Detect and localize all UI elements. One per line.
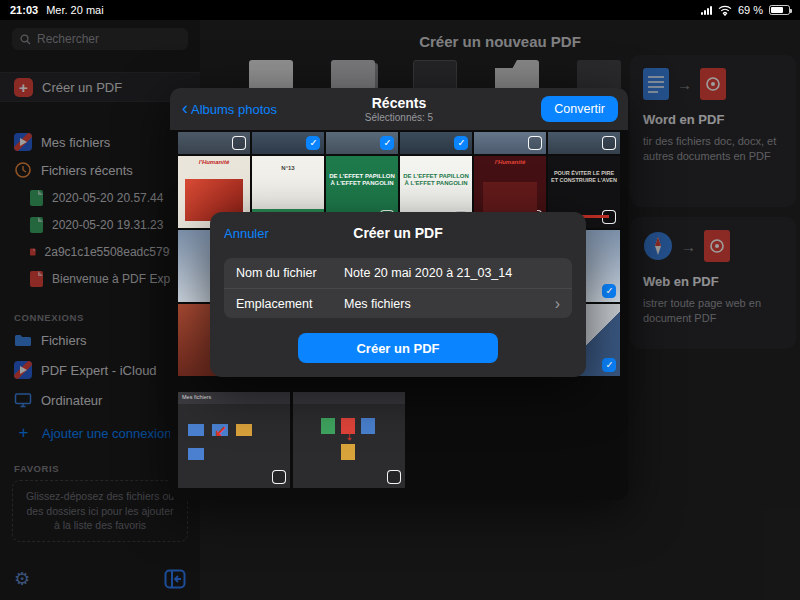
filename-row[interactable]: Nom du fichier Note 20 mai 2020 à 21_03_… <box>224 258 572 288</box>
photo-label: N°13 <box>254 165 322 172</box>
photo-thumbnail[interactable] <box>400 132 472 154</box>
unselected-checkbox[interactable] <box>272 470 286 484</box>
unselected-checkbox[interactable] <box>387 470 401 484</box>
filename-input[interactable]: Note 20 mai 2020 à 21_03_14 <box>344 266 560 280</box>
photo-thumbnail[interactable]: Mes fichiers <box>178 392 290 488</box>
wifi-icon <box>718 5 732 16</box>
selected-checkbox[interactable] <box>380 136 394 150</box>
dialog-form: Nom du fichier Note 20 mai 2020 à 21_03_… <box>224 258 572 318</box>
battery-icon <box>769 5 790 15</box>
photo-grid-row: Mes fichiers <box>170 392 628 488</box>
photo-thumbnail[interactable] <box>474 132 546 154</box>
selected-checkbox[interactable] <box>602 284 616 298</box>
photo-thumbnail[interactable] <box>548 132 620 154</box>
cancel-button[interactable]: Annuler <box>224 226 269 241</box>
selected-checkbox[interactable] <box>306 136 320 150</box>
dialog-title: Créer un PDF <box>224 225 572 241</box>
convert-button[interactable]: Convertir <box>541 96 618 122</box>
unselected-checkbox[interactable] <box>602 136 616 150</box>
selected-count: Sélectionnés: 5 <box>365 112 433 123</box>
photo-picker-header: ‹ Albums photos Récents Sélectionnés: 5 … <box>170 88 628 130</box>
selected-checkbox[interactable] <box>602 358 616 372</box>
photo-label: l'Humanité <box>180 159 248 166</box>
selected-checkbox[interactable] <box>454 136 468 150</box>
signal-icon <box>701 6 712 15</box>
clock: 21:03 <box>10 4 38 16</box>
unselected-checkbox[interactable] <box>528 136 542 150</box>
chevron-right-icon: › <box>555 295 560 313</box>
photo-thumbnail[interactable] <box>252 132 324 154</box>
location-row[interactable]: Emplacement Mes fichiers › <box>224 288 572 318</box>
location-label: Emplacement <box>236 297 344 311</box>
unselected-checkbox[interactable] <box>232 136 246 150</box>
unselected-checkbox[interactable] <box>602 210 616 224</box>
photo-label: POUR ÉVITER LE PIRE ET CONSTRUIRE L'AVEN <box>550 170 618 183</box>
photo-label: Mes fichiers <box>182 394 288 401</box>
filename-label: Nom du fichier <box>236 266 344 280</box>
photo-grid-row <box>170 132 628 154</box>
chevron-left-icon: ‹ <box>182 99 188 117</box>
battery-percent: 69 % <box>738 4 763 16</box>
back-to-albums-button[interactable]: ‹ Albums photos <box>182 101 277 117</box>
create-pdf-submit-button[interactable]: Créer un PDF <box>298 333 498 363</box>
photo-thumbnail[interactable] <box>178 132 250 154</box>
photo-thumbnail[interactable] <box>293 392 405 488</box>
photo-label: l'Humanité <box>476 159 544 166</box>
back-label: Albums photos <box>191 102 277 117</box>
photo-thumbnail[interactable] <box>326 132 398 154</box>
album-title: Récents <box>365 95 433 111</box>
status-bar: 21:03 Mer. 20 mai 69 % <box>0 0 800 20</box>
create-pdf-dialog: Annuler Créer un PDF Nom du fichier Note… <box>210 212 586 377</box>
location-value: Mes fichiers <box>344 297 555 311</box>
photo-label: DE L'EFFET PAPILLON À L'EFFET PANGOLIN <box>328 173 396 187</box>
photo-label: DE L'EFFET PAPILLON À L'EFFET PANGOLIN <box>402 173 470 187</box>
status-date: Mer. 20 mai <box>46 4 103 16</box>
